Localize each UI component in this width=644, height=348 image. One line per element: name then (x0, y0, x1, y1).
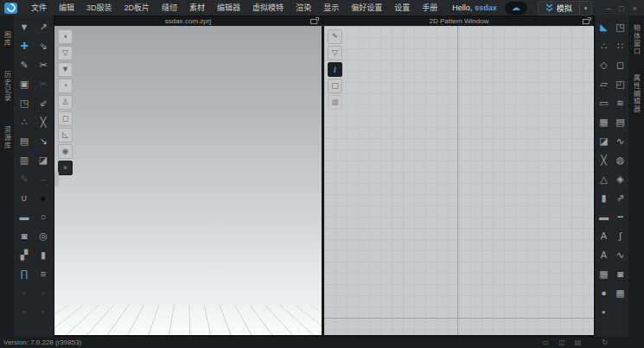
text-style-icon[interactable]: A (596, 245, 612, 264)
add-points-icon[interactable]: ∷ (612, 36, 628, 55)
info-icon[interactable]: i (328, 62, 342, 77)
menu-item-2[interactable]: 3D服装 (80, 0, 118, 16)
blazer-icon[interactable]: ▞ (15, 245, 34, 264)
dash-line-icon[interactable]: ╍ (612, 207, 628, 226)
sewing-machine-icon[interactable]: ◙ (612, 264, 628, 283)
menu-item-5[interactable]: 素材 (183, 0, 211, 16)
texture-shirt-icon[interactable]: ▤ (15, 131, 34, 150)
tab-property-editor[interactable]: 属性编辑器 (632, 74, 641, 117)
avatar-pose-icon[interactable]: ↗ (34, 17, 53, 36)
popout-3d-icon[interactable] (310, 19, 317, 24)
trousers-icon[interactable]: ∏ (15, 264, 34, 283)
sphere-tool-icon[interactable]: ● (596, 283, 612, 302)
grid-2d-icon[interactable]: ▦ (328, 95, 342, 110)
curve-s-icon[interactable]: ∫ (612, 226, 628, 245)
menu-item-1[interactable]: 编辑 (53, 0, 80, 16)
shirt-outline-icon[interactable]: ▽ (58, 46, 73, 60)
arrow-ne-icon[interactable]: ⇗ (612, 188, 628, 207)
circle-outline-icon[interactable]: ○ (34, 207, 53, 226)
zigzag-icon[interactable]: ∿ (612, 245, 628, 264)
fold-icon[interactable]: ◺ (58, 128, 73, 142)
plane-icon[interactable]: ◻ (58, 111, 73, 126)
text-tool-icon[interactable]: A (596, 226, 612, 245)
pen-2d-icon[interactable]: ✎ (328, 29, 342, 44)
pin-angle-icon[interactable]: ↘ (34, 131, 53, 150)
rectangle-icon[interactable]: ◻ (612, 55, 628, 74)
shirt-2d-icon[interactable]: ▽ (328, 46, 342, 60)
cylinder-icon[interactable]: ▮ (34, 245, 53, 264)
2d-canvas[interactable]: ✎▽i▢▦ (324, 26, 594, 335)
zipper-icon[interactable]: ≡ (34, 264, 53, 283)
menu-item-10[interactable]: 偏好设置 (345, 0, 388, 16)
dart-icon[interactable]: ◪ (596, 131, 612, 150)
grid-fill-icon[interactable]: ▦ (596, 264, 612, 283)
sheet-icon[interactable]: ▢ (328, 79, 342, 93)
transform-pattern-icon[interactable]: ◣ (596, 17, 612, 36)
app-logo-icon[interactable] (4, 3, 17, 14)
shirt-wave-icon[interactable]: ∿ (612, 131, 628, 150)
mannequin-icon[interactable]: ♙ (58, 95, 73, 110)
triangle-tool-icon[interactable]: △ (596, 169, 612, 188)
username-link[interactable]: ssdax (475, 3, 497, 12)
tool-disabled-4-icon[interactable]: ▫ (34, 302, 53, 321)
hatch-pattern-icon[interactable]: ▤ (612, 112, 628, 131)
simulate-button[interactable]: 模拟 ▾ (538, 1, 593, 16)
simulate-tool-icon[interactable]: ▼ (15, 17, 34, 36)
delete-cross-icon[interactable]: ╳ (596, 150, 612, 169)
edit-pattern-icon[interactable]: ◳ (612, 17, 628, 36)
menu-item-8[interactable]: 渲染 (290, 0, 317, 16)
simulate-main[interactable]: 模拟 (539, 3, 579, 14)
pin-view-icon[interactable]: ◉ (58, 144, 73, 159)
polygon-icon[interactable]: ◇ (596, 55, 612, 74)
magnet-icon[interactable]: ∪ (15, 188, 34, 207)
fabric-grid-icon[interactable]: ▦ (612, 283, 628, 302)
tool-disabled-1-icon[interactable]: ▫ (15, 283, 34, 302)
cut-sew-icon[interactable]: ✂ (34, 74, 53, 93)
fabric-swatch-icon[interactable]: ◔ (58, 79, 73, 93)
cloud-sync-button[interactable]: ☁ (505, 2, 527, 15)
close-button[interactable]: × (633, 0, 637, 16)
circle-dot-icon[interactable]: ◍ (612, 150, 628, 169)
shirt-solid-icon[interactable]: ▼ (58, 62, 73, 77)
remove-pin-icon[interactable]: ╳ (34, 112, 53, 131)
menu-item-0[interactable]: 文件 (25, 0, 53, 16)
tack-icon[interactable]: ⇙ (34, 93, 53, 112)
maximize-button[interactable]: □ (619, 0, 623, 16)
menu-item-11[interactable]: 设置 (388, 0, 416, 16)
fold-arrange-icon[interactable]: ◳ (15, 93, 34, 112)
pen-3d-icon[interactable]: ✎ (15, 55, 34, 74)
layout-split-icon[interactable]: ◫ (558, 339, 565, 346)
scissors-icon[interactable]: ✂ (34, 55, 53, 74)
refresh-icon[interactable]: ↻ (602, 339, 608, 346)
select-move-icon[interactable]: ✚ (15, 36, 34, 55)
tab-resources[interactable]: 资源库 (3, 126, 12, 153)
arrangement-points-icon[interactable]: ∴ (15, 112, 34, 131)
layout-grid-icon[interactable]: ▤ (575, 339, 582, 346)
grid-pattern-icon[interactable]: ▦ (596, 112, 612, 131)
globe-icon[interactable]: ● (58, 161, 73, 175)
dash-dim-icon[interactable]: – (34, 169, 53, 188)
edit-points-icon[interactable]: ∴ (596, 36, 612, 55)
dark-sphere-icon[interactable]: ● (34, 188, 53, 207)
corner-tool-icon[interactable]: ◰ (612, 74, 628, 93)
ruler-icon[interactable]: ▬ (596, 207, 612, 226)
sew-panel-icon[interactable]: ▣ (15, 74, 34, 93)
measure-chart-icon[interactable]: ◪ (34, 150, 53, 169)
pen-dim-icon[interactable]: ✎ (15, 169, 34, 188)
pin-icon[interactable]: ⇘ (34, 36, 53, 55)
tool-disabled-2-icon[interactable]: ▫ (34, 283, 53, 302)
tab-library[interactable]: 图库 (3, 31, 12, 50)
minimize-button[interactable]: – (606, 0, 610, 16)
menu-item-9[interactable]: 显示 (317, 0, 345, 16)
tab-object-window[interactable]: 物体窗口 (632, 24, 641, 59)
small-tool-icon[interactable]: ▪ (596, 302, 612, 321)
panel-collapse-handle[interactable] (54, 171, 59, 187)
target-circle-icon[interactable]: ◎ (34, 226, 53, 245)
menu-item-3[interactable]: 2D板片 (118, 0, 156, 16)
3d-canvas[interactable]: ◖▽▼◔♙◻◺◉● (54, 26, 322, 335)
menu-item-12[interactable]: 手册 (416, 0, 443, 16)
rotate-view-icon[interactable]: ◖ (58, 29, 73, 44)
tape-measure-icon[interactable]: ▬ (15, 207, 34, 226)
seam-bar-icon[interactable]: ▮ (596, 188, 612, 207)
parallelogram-icon[interactable]: ▱ (596, 74, 612, 93)
